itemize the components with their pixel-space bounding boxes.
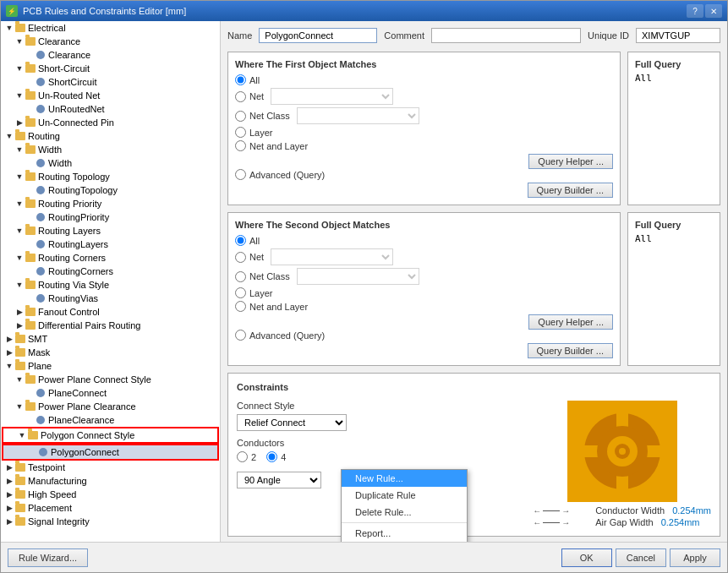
expand-icon[interactable]: ▶ (14, 117, 25, 128)
second-query-helper-button[interactable]: Query Helper ... (528, 314, 613, 330)
tree-item-routingpriority-rule[interactable]: ▶ RoutingPriority (1, 210, 220, 224)
expand-icon[interactable]: ▼ (14, 36, 25, 46)
expand-icon[interactable]: ▼ (4, 361, 14, 371)
expand-icon[interactable]: ▼ (14, 374, 25, 385)
expand-icon[interactable]: ▼ (14, 145, 25, 155)
help-button[interactable]: ? (687, 4, 703, 18)
tree-item-mask-group[interactable]: ▶ Mask (1, 346, 220, 359)
tree-item-planeclearance-rule[interactable]: ▶ PlaneClearance (1, 413, 220, 427)
comment-input[interactable] (431, 28, 581, 43)
tree-item-routingtopology-rule[interactable]: ▶ RoutingTopology (1, 183, 220, 197)
tree-item-plane-group[interactable]: ▼ Plane (1, 359, 220, 373)
tree-item-routingtopology-group[interactable]: ▼ Routing Topology (1, 170, 220, 183)
close-button[interactable]: ✕ (705, 4, 722, 18)
second-all-radio[interactable] (235, 235, 246, 246)
tree-item-routingvias-rule[interactable]: ▶ RoutingVias (1, 292, 220, 305)
first-netandlayer-radio[interactable] (235, 140, 246, 151)
apply-button[interactable]: Apply (670, 548, 720, 567)
expand-icon[interactable]: ▼ (14, 253, 25, 263)
second-query-builder-button[interactable]: Query Builder ... (528, 343, 613, 358)
tree-item-routingviastyle-group[interactable]: ▼ Routing Via Style (1, 278, 220, 292)
uid-input[interactable] (636, 28, 720, 43)
expand-icon[interactable]: ▼ (14, 226, 25, 236)
tree-item-placement-group[interactable]: ▶ Placement (1, 501, 220, 515)
conductor-2-radio[interactable] (237, 451, 248, 462)
expand-icon[interactable]: ▶ (4, 503, 14, 513)
expand-icon[interactable]: ▼ (14, 280, 25, 290)
second-netandlayer-radio[interactable] (235, 301, 246, 312)
tree-item-diffpairs-group[interactable]: ▶ Differential Pairs Routing (1, 319, 220, 332)
first-netclass-radio[interactable] (235, 111, 246, 122)
tree-item-routingpriority-group[interactable]: ▼ Routing Priority (1, 197, 220, 210)
angle-select[interactable]: 90 Angle 45 Angle Any Angle (237, 472, 321, 488)
tree-item-routingcorners-group[interactable]: ▼ Routing Corners (1, 251, 220, 265)
tree-item-highspeed-group[interactable]: ▶ High Speed (1, 488, 220, 501)
conductor-4-radio[interactable] (266, 451, 277, 462)
second-advanced-radio[interactable] (235, 330, 246, 341)
first-net-radio[interactable] (235, 91, 246, 102)
connect-style-select[interactable]: Relief Connect Direct Connect No Connect (237, 414, 347, 431)
tree-item-smt-group[interactable]: ▶ SMT (1, 332, 220, 346)
context-menu-item-delete-rule[interactable]: Delete Rule... (342, 504, 467, 521)
context-menu-item-duplicate-rule[interactable]: Duplicate Rule (342, 487, 467, 504)
expand-icon[interactable]: ▶ (4, 462, 14, 472)
tree-item-width-group[interactable]: ▼ Width (1, 143, 220, 156)
ok-button[interactable]: OK (561, 548, 612, 567)
first-layer-radio[interactable] (235, 127, 246, 138)
tree-item-fanout-group[interactable]: ▶ Fanout Control (1, 305, 220, 319)
tree-item-planeconnect-rule[interactable]: ▶ PlaneConnect (1, 386, 220, 400)
expand-icon[interactable]: ▶ (4, 334, 14, 344)
tree-item-manufacturing-group[interactable]: ▶ Manufacturing (1, 474, 220, 488)
tree-item-unroutednet-group[interactable]: ▼ Un-Routed Net (1, 89, 220, 102)
expand-icon[interactable]: ▶ (4, 516, 14, 527)
tree-item-width-rule[interactable]: ▶ Width (1, 156, 220, 170)
tree-item-routingcorners-rule[interactable]: ▶ RoutingCorners (1, 265, 220, 278)
expand-icon[interactable]: ▼ (4, 23, 14, 33)
tree-item-shortcircuit-rule[interactable]: ▶ ShortCircuit (1, 75, 220, 89)
second-layer-radio[interactable] (235, 287, 246, 298)
name-input[interactable] (259, 28, 377, 43)
expand-icon[interactable]: ▼ (14, 90, 25, 101)
first-all-radio[interactable] (235, 74, 246, 85)
context-menu-item-report[interactable]: Report... (342, 525, 467, 542)
tree-item-testpoint-group[interactable]: ▶ Testpoint (1, 461, 220, 474)
context-menu-item-new-rule[interactable]: New Rule... (342, 470, 467, 487)
tree-item-electrical[interactable]: ▼ Electrical (1, 21, 220, 35)
tree-item-polygonconnect-rule[interactable]: ▶ PolygonConnect (2, 444, 219, 461)
expand-icon[interactable]: ▶ (4, 347, 14, 357)
expand-icon[interactable]: ▼ (4, 131, 14, 141)
second-net-radio[interactable] (235, 252, 246, 263)
cancel-button[interactable]: Cancel (616, 548, 666, 567)
second-netclass-radio[interactable] (235, 271, 246, 282)
second-net-select[interactable] (271, 248, 393, 265)
tree-item-ppconnectstyle-group[interactable]: ▼ Power Plane Connect Style (1, 373, 220, 386)
expand-icon[interactable]: ▶ (4, 489, 14, 499)
rule-wizard-button[interactable]: Rule Wizard... (8, 548, 88, 567)
expand-icon[interactable]: ▶ (4, 476, 14, 486)
expand-icon[interactable]: ▼ (17, 430, 27, 440)
expand-icon[interactable]: ▶ (14, 320, 25, 330)
second-netclass-select[interactable] (297, 268, 419, 285)
tree-item-clearance-group[interactable]: ▼ Clearance (1, 35, 220, 48)
expand-icon[interactable]: ▼ (14, 199, 25, 209)
first-net-select[interactable] (271, 88, 393, 105)
tree-item-routinglayers-rule[interactable]: ▶ RoutingLayers (1, 237, 220, 251)
tree-item-unconnectedpin-group[interactable]: ▶ Un-Connected Pin (1, 116, 220, 129)
folder-icon (25, 171, 36, 183)
expand-icon[interactable]: ▼ (14, 63, 25, 74)
first-query-helper-button[interactable]: Query Helper ... (528, 154, 613, 169)
expand-icon[interactable]: ▼ (14, 172, 25, 182)
tree-item-shortcircuit-group[interactable]: ▼ Short-Circuit (1, 62, 220, 75)
tree-item-polyconnectstyle-group[interactable]: ▼ Polygon Connect Style (2, 427, 219, 444)
tree-item-signalintegrity-group[interactable]: ▶ Signal Integrity (1, 515, 220, 528)
tree-item-routing-group[interactable]: ▼ Routing (1, 129, 220, 143)
expand-icon[interactable]: ▼ (14, 401, 25, 412)
tree-item-clearance-rule[interactable]: ▶ Clearance (1, 48, 220, 62)
tree-item-routinglayers-group[interactable]: ▼ Routing Layers (1, 224, 220, 237)
tree-item-ppclearance-group[interactable]: ▼ Power Plane Clearance (1, 400, 220, 413)
tree-item-unroutednet-rule[interactable]: ▶ UnRoutedNet (1, 102, 220, 116)
first-query-builder-button[interactable]: Query Builder ... (528, 183, 613, 198)
first-netclass-select[interactable] (297, 107, 419, 124)
expand-icon[interactable]: ▶ (14, 307, 25, 317)
first-advanced-radio[interactable] (235, 169, 246, 180)
